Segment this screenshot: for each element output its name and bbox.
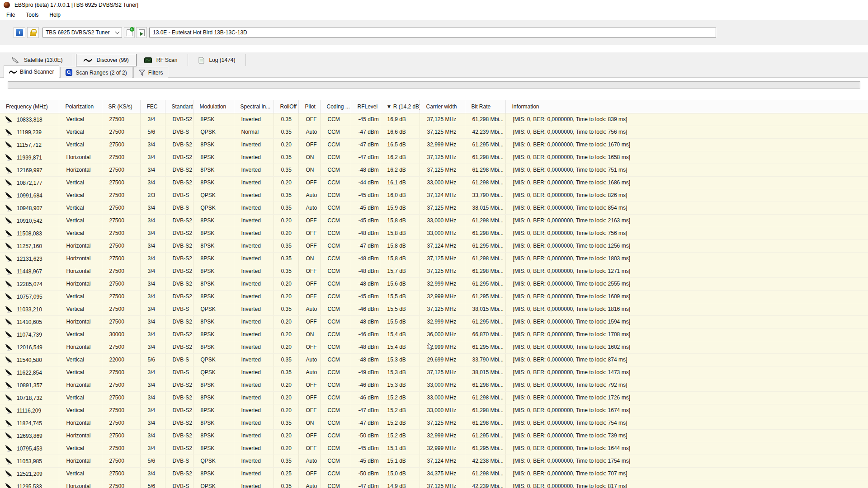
tab-filters[interactable]: Filters xyxy=(133,67,169,78)
tab-blind-scanner[interactable]: Blind-Scanner xyxy=(4,66,59,78)
table-row[interactable]: 10948,907Vertical275003/4DVB-SQPSKInvert… xyxy=(0,202,868,214)
table-row[interactable]: 10891,357Horizontal275003/4DVB-S28PSKInv… xyxy=(0,379,868,391)
cell-carrier-width: 33,000 MHz xyxy=(420,214,465,227)
table-row[interactable]: 11074,739Vertical300003/4DVB-S28PSKInver… xyxy=(0,328,868,341)
column-header-rolloff[interactable]: RollOff xyxy=(274,100,298,113)
table-row[interactable]: 11033,210Vertical275003/4DVB-SQPSKInvert… xyxy=(0,303,868,315)
table-row[interactable]: 11508,083Vertical275003/4DVB-S28PSKInver… xyxy=(0,227,868,239)
info-icon: i xyxy=(16,29,23,36)
cell-carrier-width: 37,125 MHz xyxy=(420,417,465,429)
column-header-frequency[interactable]: Frequency (MHz) xyxy=(0,100,59,113)
cell-bitrate: 61,298 Mbi... xyxy=(465,252,505,265)
table-row[interactable]: 10872,177Vertical275003/4DVB-S28PSKInver… xyxy=(0,176,868,189)
cell-rolloff: 0.20 xyxy=(274,341,298,353)
satellite-dish-icon xyxy=(5,204,13,212)
cell-sr: 27500 xyxy=(102,391,140,404)
menu-file[interactable]: File xyxy=(2,10,19,19)
nav-rfscan-button[interactable]: RF Scan xyxy=(137,54,185,66)
cell-snr: 15,0 dB xyxy=(380,467,420,480)
send-to-button[interactable] xyxy=(136,27,147,38)
nav-satellite-button[interactable]: Satellite (13.0E) xyxy=(4,54,70,66)
table-row[interactable]: 11939,871Horizontal275003/4DVB-S28PSKInv… xyxy=(0,151,868,164)
column-header-spectral-inversion[interactable]: Spectral in... xyxy=(234,100,274,113)
table-row[interactable]: 12016,549Horizontal275003/4DVB-S28PSKInv… xyxy=(0,341,868,353)
cell-fec: 3/4 xyxy=(140,164,165,176)
table-row[interactable]: 11116,209Vertical275003/4DVB-S28PSKInver… xyxy=(0,404,868,417)
table-row[interactable]: 11540,580Vertical220005/6DVB-SQPSKInvert… xyxy=(0,353,868,366)
cell-polarization: Vertical xyxy=(59,353,102,366)
table-row[interactable]: 10910,542Vertical275003/4DVB-S28PSKInver… xyxy=(0,214,868,227)
table-row[interactable]: 10718,732Vertical275003/4DVB-S28PSKInver… xyxy=(0,391,868,404)
add-note-button[interactable] xyxy=(124,27,135,38)
column-header-bitrate[interactable]: Bit Rate xyxy=(465,100,505,113)
nav-discover-button[interactable]: Discover (99) xyxy=(76,54,136,66)
cell-standard: DVB-S2 xyxy=(165,404,193,417)
column-header-fec[interactable]: FEC xyxy=(140,100,165,113)
table-row[interactable]: 12131,623Horizontal275003/4DVB-S28PSKInv… xyxy=(0,252,868,265)
table-row[interactable]: 11157,712Vertical275003/4DVB-S28PSKInver… xyxy=(0,138,868,151)
table-row[interactable]: 12693,869Horizontal275003/4DVB-S28PSKInv… xyxy=(0,429,868,442)
cell-frequency: 10872,177 xyxy=(0,176,59,189)
column-header-information[interactable]: Information xyxy=(505,100,868,113)
cell-snr: 15,4 dB xyxy=(380,328,420,341)
cell-standard: DVB-S2 xyxy=(165,239,193,252)
cell-snr: 15,1 dB xyxy=(380,442,420,455)
cell-rflevel: -49 dBm xyxy=(351,366,380,379)
cell-modulation: QPSK xyxy=(193,202,234,214)
tuner-select[interactable]: TBS 6925 DVBS/S2 Tuner xyxy=(42,28,122,38)
cell-modulation: QPSK xyxy=(193,366,234,379)
cell-modulation: QPSK xyxy=(193,480,234,488)
table-row[interactable]: 11622,854Vertical275003/4DVB-SQPSKInvert… xyxy=(0,366,868,379)
table-row[interactable]: 12285,074Horizontal275003/4DVB-S28PSKInv… xyxy=(0,277,868,290)
column-header-rflevel[interactable]: RFLevel xyxy=(351,100,380,113)
cell-standard: DVB-S2 xyxy=(165,164,193,176)
menu-tools[interactable]: Tools xyxy=(21,10,43,19)
tab-scan-ranges[interactable]: Scan Ranges (2 of 2) xyxy=(60,67,132,78)
table-row[interactable]: 10991,684Vertical275002/3DVB-SQPSKInvert… xyxy=(0,189,868,202)
table-row[interactable]: 11824,745Horizontal275003/4DVB-S28PSKInv… xyxy=(0,417,868,429)
cell-rflevel: -47 dBm xyxy=(351,480,380,488)
column-header-sr[interactable]: SR (KS/s) xyxy=(102,100,140,113)
column-header-snr[interactable]: ▼ R (14,2 dB) xyxy=(380,100,420,113)
cell-sr: 27500 xyxy=(102,404,140,417)
table-row[interactable]: 12521,209Vertical275003/4DVB-S28PSKInver… xyxy=(0,467,868,480)
column-header-modulation[interactable]: Modulation xyxy=(193,100,234,113)
table-row[interactable]: 11410,605Horizontal275003/4DVB-S28PSKInv… xyxy=(0,315,868,328)
cell-modulation: QPSK xyxy=(193,189,234,202)
cell-snr: 16,2 dB xyxy=(380,151,420,164)
cell-modulation: 8PSK xyxy=(193,315,234,328)
cell-snr: 16,6 dB xyxy=(380,126,420,138)
column-header-carrier-width[interactable]: Carrier width xyxy=(420,100,465,113)
table-row[interactable]: 11295,533Horizontal275005/6DVB-SQPSKInve… xyxy=(0,480,868,488)
cell-bitrate: 33,790 Mbi... xyxy=(465,189,505,202)
cell-pilot: OFF xyxy=(298,290,320,303)
table-row[interactable]: 11448,967Horizontal275003/4DVB-S28PSKInv… xyxy=(0,265,868,277)
cell-sr: 27500 xyxy=(102,379,140,391)
cell-sr: 27500 xyxy=(102,113,140,126)
table-row[interactable]: 10833,818Vertical275003/4DVB-S28PSKInver… xyxy=(0,113,868,126)
cell-information: [MIS: 0, BER: 0,0000000, Time to lock: 1… xyxy=(505,328,868,341)
info-button[interactable]: i xyxy=(14,27,25,38)
cell-sr: 27500 xyxy=(102,429,140,442)
table-row[interactable]: 12169,997Horizontal275003/4DVB-S28PSKInv… xyxy=(0,164,868,176)
lock-button[interactable] xyxy=(27,27,39,38)
column-header-pilot[interactable]: Pilot xyxy=(298,100,320,113)
cell-polarization: Vertical xyxy=(59,189,102,202)
column-header-polarization[interactable]: Polarization xyxy=(59,100,102,113)
table-row[interactable]: 11257,160Horizontal275003/4DVB-S28PSKInv… xyxy=(0,239,868,252)
cell-frequency: 12016,549 xyxy=(0,341,59,353)
column-header-standard[interactable]: Standard xyxy=(165,100,193,113)
cell-rflevel: -48 dBm xyxy=(351,227,380,239)
menu-help[interactable]: Help xyxy=(45,10,65,19)
cell-rflevel: -47 dBm xyxy=(351,404,380,417)
cell-bitrate: 61,298 Mbi... xyxy=(465,214,505,227)
cell-snr: 16,9 dB xyxy=(380,113,420,126)
table-row[interactable]: 10757,095Vertical275003/4DVB-S28PSKInver… xyxy=(0,290,868,303)
satellite-field[interactable]: 13.0E - Eutelsat Hot Bird 13B-13C-13D xyxy=(149,28,716,38)
table-row[interactable]: 11199,239Vertical275005/6DVB-SQPSKNormal… xyxy=(0,126,868,138)
cell-rflevel: -48 dBm xyxy=(351,277,380,290)
nav-log-button[interactable]: Log (1474) xyxy=(191,54,243,66)
table-row[interactable]: 11053,985Horizontal275005/6DVB-SQPSKInve… xyxy=(0,455,868,467)
column-header-coding[interactable]: Coding ... xyxy=(320,100,351,113)
table-row[interactable]: 10795,453Vertical275003/4DVB-S28PSKInver… xyxy=(0,442,868,455)
